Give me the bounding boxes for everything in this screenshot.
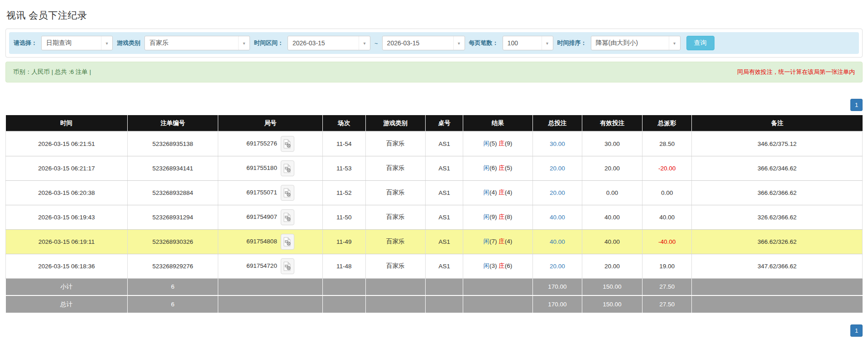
cell-round: 691754720	[218, 254, 323, 278]
cell-valid-bet: 40.00	[582, 229, 642, 254]
cell-session: 11-54	[323, 131, 366, 156]
film-document-icon	[283, 188, 291, 198]
result-player-score: (6)	[489, 165, 497, 171]
page-1-button[interactable]: 1	[850, 324, 863, 337]
film-document-icon	[283, 213, 291, 222]
valid-bet-note: 同局有效投注，统一计算在该局第一张注单内	[737, 68, 855, 76]
chevron-down-icon[interactable]: ▾	[669, 36, 680, 50]
summary-count: 6	[127, 278, 218, 295]
result-banker-score: (4)	[505, 189, 513, 196]
column-header-time: 时间	[6, 115, 128, 131]
table-row: 2026-03-15 06:20:38523268932884691755071…	[6, 180, 863, 205]
cell-session: 11-48	[323, 254, 366, 278]
result-player-label: 闲	[484, 140, 490, 147]
sort-order-value: 降冪(由大到小)	[591, 39, 669, 47]
video-record-button[interactable]	[281, 185, 294, 201]
cell-time: 2026-03-15 06:21:51	[6, 131, 128, 156]
summary-count: 6	[127, 295, 218, 313]
cell-game-type: 百家乐	[365, 180, 425, 205]
total-bet-link[interactable]: 40.00	[550, 214, 565, 221]
query-type-select[interactable]: 日期查询 ▾	[41, 36, 113, 50]
result-banker-label: 庄	[499, 213, 505, 220]
result-banker-label: 庄	[499, 262, 505, 269]
chevron-down-icon[interactable]: ▾	[101, 36, 112, 50]
table-row: 2026-03-15 06:18:36523268929276691754720…	[6, 254, 863, 278]
cell-table: AS1	[426, 156, 463, 180]
cell-note: 346.62/375.12	[692, 131, 863, 156]
cell-time: 2026-03-15 06:21:17	[6, 156, 128, 180]
cell-total-bet: 20.00	[532, 180, 582, 205]
summary-bar: 币别：人民币 | 总共 :6 注单 | 同局有效投注，统一计算在该局第一张注单内	[5, 62, 863, 82]
cell-table: AS1	[426, 180, 463, 205]
cell-game-type: 百家乐	[365, 229, 425, 254]
video-record-button[interactable]	[281, 209, 294, 225]
records-table: 时间 注单编号 局号 场次 游戏类别 桌号 结果 总投注 有效投注 总派彩 备注…	[5, 115, 863, 313]
result-banker-score: (9)	[505, 140, 513, 147]
result-player-score: (3)	[489, 262, 497, 269]
cell-round: 691755180	[218, 156, 323, 180]
cell-result: 闲(9) 庄(8)	[463, 205, 532, 229]
chevron-down-icon[interactable]: ▾	[238, 36, 249, 50]
game-type-label: 游戏类别	[117, 39, 140, 47]
time-range-label: 时间区间：	[254, 39, 283, 47]
search-button[interactable]: 查询	[686, 36, 715, 50]
date-to-value[interactable]: 2026-03-15	[383, 39, 453, 47]
per-page-select[interactable]: 100 ▾	[503, 36, 553, 50]
chevron-down-icon[interactable]: ▾	[453, 36, 465, 50]
per-page-value: 100	[503, 39, 542, 47]
total-bet-link[interactable]: 20.00	[550, 263, 565, 270]
column-header-note: 备注	[692, 115, 863, 131]
summary-row: 小计6170.00150.0027.50	[6, 278, 863, 295]
cell-time: 2026-03-15 06:18:36	[6, 254, 128, 278]
total-bet-link[interactable]: 20.00	[550, 165, 565, 172]
total-bet-link[interactable]: 40.00	[550, 238, 565, 245]
column-header-result: 结果	[463, 115, 532, 131]
date-from-picker[interactable]: 2026-03-15 ▾	[288, 36, 370, 50]
chevron-down-icon[interactable]: ▾	[542, 36, 553, 50]
cell-total-bet: 30.00	[532, 131, 582, 156]
cell-note: 326.62/366.62	[692, 205, 863, 229]
cell-total-bet: 20.00	[532, 156, 582, 180]
result-player-label: 闲	[484, 189, 490, 196]
video-record-button[interactable]	[281, 136, 294, 152]
sort-order-select[interactable]: 降冪(由大到小) ▾	[591, 36, 681, 50]
cell-bet-id: 523268930326	[127, 229, 218, 254]
game-type-select[interactable]: 百家乐 ▾	[144, 36, 250, 50]
total-bet-link[interactable]: 30.00	[550, 140, 565, 147]
video-record-button[interactable]	[281, 234, 294, 250]
video-record-button[interactable]	[281, 258, 294, 274]
page-1-button[interactable]: 1	[850, 99, 863, 111]
table-header: 时间 注单编号 局号 场次 游戏类别 桌号 结果 总投注 有效投注 总派彩 备注	[6, 115, 863, 131]
cell-table: AS1	[426, 205, 463, 229]
filter-bar: 请选择： 日期查询 ▾ 游戏类别 百家乐 ▾ 时间区间： 2026-03-15 …	[9, 32, 859, 54]
result-player-score: (9)	[489, 213, 497, 220]
summary-valid-bet: 150.00	[582, 278, 642, 295]
summary-label: 总计	[6, 295, 128, 313]
column-header-bet-id: 注单编号	[127, 115, 218, 131]
sort-order-label: 时间排序：	[557, 39, 587, 47]
cell-result: 闲(3) 庄(6)	[463, 254, 532, 278]
payout-value: 28.50	[659, 140, 675, 147]
cell-bet-id: 523268931294	[127, 205, 218, 229]
table-footer: 小计6170.00150.0027.50总计6170.00150.0027.50	[6, 278, 863, 313]
result-banker-label: 庄	[499, 189, 505, 196]
cell-valid-bet: 20.00	[582, 254, 642, 278]
date-to-picker[interactable]: 2026-03-15 ▾	[382, 36, 465, 50]
total-bet-link[interactable]: 20.00	[550, 189, 565, 196]
page-title: 视讯 会员下注纪录	[6, 9, 863, 22]
result-banker-score: (6)	[505, 262, 513, 269]
cell-total-bet: 40.00	[532, 229, 582, 254]
chevron-down-icon[interactable]: ▾	[359, 36, 370, 50]
result-player-score: (4)	[489, 189, 497, 196]
per-page-label: 每页笔数：	[469, 39, 499, 47]
date-from-value[interactable]: 2026-03-15	[288, 39, 359, 47]
column-header-total-bet: 总投注	[532, 115, 582, 131]
query-type-value: 日期查询	[42, 39, 101, 47]
video-record-button[interactable]	[281, 160, 294, 176]
cell-note: 366.62/346.62	[692, 156, 863, 180]
result-player-label: 闲	[484, 213, 490, 220]
date-range-separator: ~	[374, 40, 378, 47]
table-row: 2026-03-15 06:19:43523268931294691754907…	[6, 205, 863, 229]
table-row: 2026-03-15 06:21:51523268935138691755276…	[6, 131, 863, 156]
result-banker-score: (5)	[505, 165, 513, 171]
